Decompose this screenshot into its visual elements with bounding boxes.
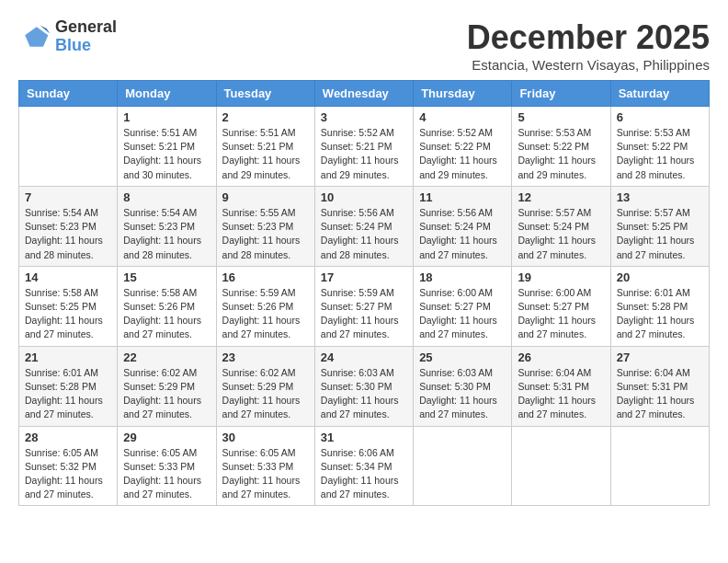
day-info: Sunrise: 6:04 AM Sunset: 5:31 PM Dayligh…	[617, 366, 703, 422]
calendar-cell	[414, 426, 512, 506]
calendar-week-row: 14Sunrise: 5:58 AM Sunset: 5:25 PM Dayli…	[19, 266, 710, 346]
day-number: 21	[25, 350, 111, 364]
day-info: Sunrise: 5:56 AM Sunset: 5:24 PM Dayligh…	[419, 206, 506, 262]
day-info: Sunrise: 5:54 AM Sunset: 5:23 PM Dayligh…	[123, 206, 210, 262]
day-number: 1	[123, 110, 210, 124]
day-number: 18	[419, 270, 506, 284]
month-title: December 2025	[467, 18, 710, 57]
day-info: Sunrise: 5:52 AM Sunset: 5:21 PM Dayligh…	[321, 126, 407, 182]
subtitle: Estancia, Western Visayas, Philippines	[467, 57, 710, 73]
day-number: 26	[518, 350, 604, 364]
calendar-week-row: 21Sunrise: 6:01 AM Sunset: 5:28 PM Dayli…	[19, 346, 710, 426]
day-info: Sunrise: 6:01 AM Sunset: 5:28 PM Dayligh…	[25, 366, 111, 422]
day-number: 5	[518, 110, 604, 124]
calendar-table: SundayMondayTuesdayWednesdayThursdayFrid…	[18, 80, 710, 506]
day-info: Sunrise: 5:58 AM Sunset: 5:25 PM Dayligh…	[25, 286, 111, 342]
day-number: 29	[123, 431, 210, 444]
day-number: 8	[123, 190, 210, 204]
logo: General Blue	[18, 18, 117, 55]
day-number: 20	[617, 270, 703, 284]
calendar-cell: 11Sunrise: 5:56 AM Sunset: 5:24 PM Dayli…	[414, 186, 512, 266]
calendar-cell	[19, 107, 118, 187]
weekday-header: Thursday	[414, 81, 512, 107]
day-info: Sunrise: 5:57 AM Sunset: 5:24 PM Dayligh…	[518, 206, 604, 262]
day-number: 6	[617, 110, 703, 124]
calendar-cell: 2Sunrise: 5:51 AM Sunset: 5:21 PM Daylig…	[216, 107, 314, 187]
calendar-week-row: 7Sunrise: 5:54 AM Sunset: 5:23 PM Daylig…	[19, 186, 710, 266]
calendar-cell: 21Sunrise: 6:01 AM Sunset: 5:28 PM Dayli…	[19, 346, 118, 426]
calendar-cell: 31Sunrise: 6:06 AM Sunset: 5:34 PM Dayli…	[314, 426, 413, 506]
calendar-cell: 17Sunrise: 5:59 AM Sunset: 5:27 PM Dayli…	[314, 266, 413, 346]
day-info: Sunrise: 5:57 AM Sunset: 5:25 PM Dayligh…	[617, 206, 703, 262]
calendar-cell: 27Sunrise: 6:04 AM Sunset: 5:31 PM Dayli…	[610, 346, 709, 426]
day-info: Sunrise: 6:05 AM Sunset: 5:33 PM Dayligh…	[123, 446, 210, 502]
weekday-header: Monday	[118, 81, 216, 107]
calendar-cell: 16Sunrise: 5:59 AM Sunset: 5:26 PM Dayli…	[216, 266, 314, 346]
calendar-cell: 14Sunrise: 5:58 AM Sunset: 5:25 PM Dayli…	[19, 266, 118, 346]
day-number: 23	[222, 350, 309, 364]
day-number: 25	[419, 350, 506, 364]
calendar-cell: 24Sunrise: 6:03 AM Sunset: 5:30 PM Dayli…	[314, 346, 413, 426]
day-info: Sunrise: 6:04 AM Sunset: 5:31 PM Dayligh…	[518, 366, 604, 422]
day-number: 30	[222, 431, 309, 444]
day-number: 15	[123, 270, 210, 284]
day-number: 27	[617, 350, 703, 364]
day-info: Sunrise: 6:03 AM Sunset: 5:30 PM Dayligh…	[321, 366, 407, 422]
calendar-cell: 12Sunrise: 5:57 AM Sunset: 5:24 PM Dayli…	[512, 186, 610, 266]
day-info: Sunrise: 5:58 AM Sunset: 5:26 PM Dayligh…	[123, 286, 210, 342]
calendar-cell	[512, 426, 610, 506]
logo-general: General	[55, 18, 117, 37]
calendar-cell: 10Sunrise: 5:56 AM Sunset: 5:24 PM Dayli…	[314, 186, 413, 266]
calendar-cell: 19Sunrise: 6:00 AM Sunset: 5:27 PM Dayli…	[512, 266, 610, 346]
day-info: Sunrise: 6:05 AM Sunset: 5:33 PM Dayligh…	[222, 446, 309, 502]
svg-marker-0	[25, 27, 48, 47]
calendar-cell: 22Sunrise: 6:02 AM Sunset: 5:29 PM Dayli…	[118, 346, 216, 426]
day-info: Sunrise: 5:51 AM Sunset: 5:21 PM Dayligh…	[222, 126, 309, 182]
weekday-header: Saturday	[610, 81, 709, 107]
day-number: 11	[419, 190, 506, 204]
day-info: Sunrise: 5:56 AM Sunset: 5:24 PM Dayligh…	[321, 206, 407, 262]
calendar-cell: 30Sunrise: 6:05 AM Sunset: 5:33 PM Dayli…	[216, 426, 314, 506]
logo-blue: Blue	[55, 37, 117, 55]
day-info: Sunrise: 6:02 AM Sunset: 5:29 PM Dayligh…	[222, 366, 309, 422]
calendar-cell: 20Sunrise: 6:01 AM Sunset: 5:28 PM Dayli…	[610, 266, 709, 346]
day-number: 3	[321, 110, 407, 124]
calendar-header-row: SundayMondayTuesdayWednesdayThursdayFrid…	[19, 81, 710, 107]
calendar-cell: 18Sunrise: 6:00 AM Sunset: 5:27 PM Dayli…	[414, 266, 512, 346]
calendar-cell: 1Sunrise: 5:51 AM Sunset: 5:21 PM Daylig…	[118, 107, 216, 187]
logo-icon	[18, 20, 51, 53]
logo-text: General Blue	[55, 18, 117, 55]
day-info: Sunrise: 6:01 AM Sunset: 5:28 PM Dayligh…	[617, 286, 703, 342]
day-info: Sunrise: 5:51 AM Sunset: 5:21 PM Dayligh…	[123, 126, 210, 182]
day-info: Sunrise: 5:55 AM Sunset: 5:23 PM Dayligh…	[222, 206, 309, 262]
calendar-week-row: 1Sunrise: 5:51 AM Sunset: 5:21 PM Daylig…	[19, 107, 710, 187]
day-info: Sunrise: 6:03 AM Sunset: 5:30 PM Dayligh…	[419, 366, 506, 422]
day-number: 7	[25, 190, 111, 204]
calendar-cell: 6Sunrise: 5:53 AM Sunset: 5:22 PM Daylig…	[610, 107, 709, 187]
day-info: Sunrise: 5:59 AM Sunset: 5:27 PM Dayligh…	[321, 286, 407, 342]
day-number: 4	[419, 110, 506, 124]
weekday-header: Wednesday	[314, 81, 413, 107]
day-number: 9	[222, 190, 309, 204]
calendar-cell	[610, 426, 709, 506]
day-info: Sunrise: 5:53 AM Sunset: 5:22 PM Dayligh…	[617, 126, 703, 182]
calendar-cell: 9Sunrise: 5:55 AM Sunset: 5:23 PM Daylig…	[216, 186, 314, 266]
calendar-cell: 25Sunrise: 6:03 AM Sunset: 5:30 PM Dayli…	[414, 346, 512, 426]
calendar-cell: 29Sunrise: 6:05 AM Sunset: 5:33 PM Dayli…	[118, 426, 216, 506]
weekday-header: Friday	[512, 81, 610, 107]
day-number: 17	[321, 270, 407, 284]
day-number: 24	[321, 350, 407, 364]
day-number: 10	[321, 190, 407, 204]
calendar-cell: 26Sunrise: 6:04 AM Sunset: 5:31 PM Dayli…	[512, 346, 610, 426]
day-number: 13	[617, 190, 703, 204]
calendar-week-row: 28Sunrise: 6:05 AM Sunset: 5:32 PM Dayli…	[19, 426, 710, 506]
day-number: 28	[25, 431, 111, 444]
calendar-cell: 5Sunrise: 5:53 AM Sunset: 5:22 PM Daylig…	[512, 107, 610, 187]
calendar-cell: 23Sunrise: 6:02 AM Sunset: 5:29 PM Dayli…	[216, 346, 314, 426]
day-info: Sunrise: 5:53 AM Sunset: 5:22 PM Dayligh…	[518, 126, 604, 182]
day-info: Sunrise: 6:05 AM Sunset: 5:32 PM Dayligh…	[25, 446, 111, 502]
calendar-cell: 15Sunrise: 5:58 AM Sunset: 5:26 PM Dayli…	[118, 266, 216, 346]
day-number: 22	[123, 350, 210, 364]
day-number: 12	[518, 190, 604, 204]
day-number: 2	[222, 110, 309, 124]
